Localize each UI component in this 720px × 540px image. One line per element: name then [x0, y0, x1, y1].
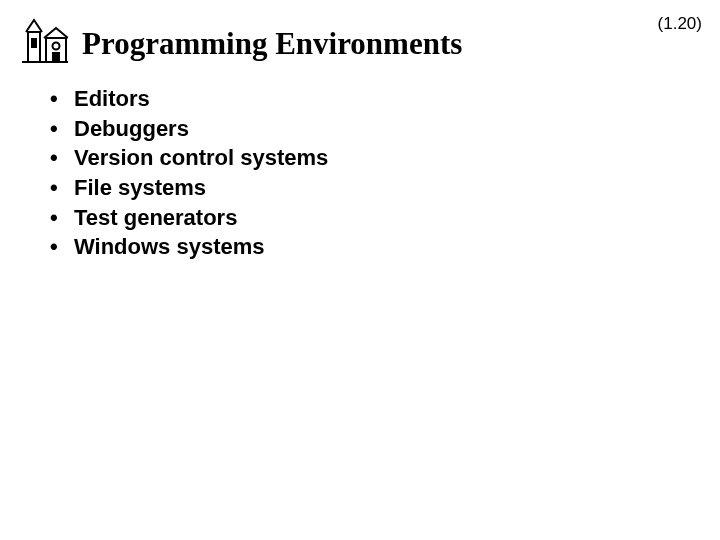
list-item: File systems [50, 173, 720, 203]
slide-content: Editors Debuggers Version control system… [0, 64, 720, 262]
list-item: Windows systems [50, 232, 720, 262]
church-icon [22, 18, 68, 64]
svg-rect-5 [31, 38, 37, 48]
list-item: Debuggers [50, 114, 720, 144]
list-item: Version control systems [50, 143, 720, 173]
list-item: Test generators [50, 203, 720, 233]
svg-rect-3 [52, 52, 60, 62]
slide-header: Programming Environments [0, 0, 720, 64]
slide-title: Programming Environments [82, 26, 462, 64]
bullet-list: Editors Debuggers Version control system… [50, 84, 720, 262]
page-number: (1.20) [658, 14, 702, 34]
list-item: Editors [50, 84, 720, 114]
